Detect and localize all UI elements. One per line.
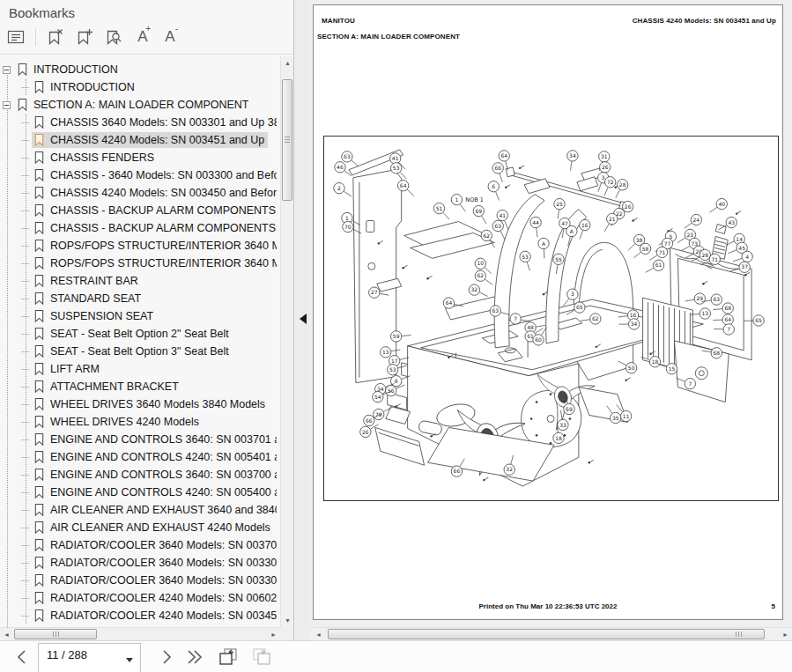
bookmark-item[interactable]: RESTRAINT BAR — [0, 272, 280, 290]
bookmark-item[interactable]: WHEEL DRIVES 4240 Models — [0, 413, 280, 431]
bookmark-item[interactable]: ENGINE AND CONTROLS 4240: SN 005401 and … — [0, 448, 280, 466]
exploded-view-drawing: 6341465326417027643431662663722825262221… — [324, 137, 778, 500]
increase-text-size-button[interactable]: A + — [132, 26, 152, 48]
svg-text:63: 63 — [344, 153, 351, 159]
page-number-box[interactable]: 11 / 288 — [38, 643, 141, 672]
bookmark-item[interactable]: RADIATOR/COOLER 3640 Models: SN 003301 -… — [0, 554, 280, 572]
bookmark-item[interactable]: LIFT ARM — [0, 360, 280, 378]
svg-text:65: 65 — [576, 304, 583, 310]
svg-text:1: 1 — [455, 196, 459, 203]
bookmark-item[interactable]: SUSPENSION SEAT — [0, 307, 280, 325]
bookmark-item[interactable]: CHASSIS - 3640 Models: SN 003300 and Bef… — [0, 166, 280, 184]
part-callout: 63 — [492, 220, 505, 239]
bookmark-item[interactable]: RADIATOR/COOLER 3640 Models: SN 003701 a… — [0, 536, 280, 554]
bookmark-item[interactable]: SEAT - Seat Belt Option 2" Seat Belt — [0, 325, 280, 343]
delete-bookmark-icon[interactable] — [45, 26, 66, 48]
bookmark-item[interactable]: ENGINE AND CONTROLS 3640: SN 003700 and … — [0, 466, 280, 484]
collapse-minus-icon[interactable] — [3, 101, 11, 109]
bookmark-item[interactable]: STANDARD SEAT — [0, 290, 280, 307]
bookmark-item-label: SUSPENSION SEAT — [50, 310, 153, 322]
bookmark-item[interactable]: RADIATOR/COOLER 4240 Models: SN 003451 -… — [0, 607, 280, 624]
bookmark-options-icon[interactable] — [5, 26, 26, 48]
bookmark-item[interactable]: CHASSIS FENDERS — [0, 149, 280, 166]
previous-view-button[interactable] — [217, 646, 240, 668]
svg-text:8: 8 — [395, 378, 398, 384]
svg-text:64: 64 — [446, 299, 453, 306]
bookmark-item[interactable]: SECTION A: MAIN LOADER COMPONENT — [0, 96, 280, 114]
bookmark-item[interactable]: INTRODUCTION — [0, 78, 280, 96]
new-bookmark-icon[interactable] — [74, 26, 95, 48]
bookmark-item[interactable]: ENGINE AND CONTROLS 3640: SN 003701 and … — [0, 431, 280, 448]
bookmarks-horizontal-scrollbar[interactable]: ◄ ► — [0, 627, 280, 640]
bookmark-item[interactable]: AIR CLEANER AND EXHAUST 4240 Models — [0, 519, 280, 536]
bookmark-item[interactable]: CHASSIS 4240 Models: SN 003450 and Befor… — [0, 184, 280, 202]
bookmark-item[interactable]: AIR CLEANER AND EXHAUST 3640 and 3840 Mo… — [0, 501, 280, 519]
bookmark-item[interactable]: INTRODUCTION — [0, 61, 280, 78]
bookmark-item[interactable]: ROPS/FOPS STRUCTURE/INTERIOR 3640 Models… — [0, 255, 280, 272]
bookmark-icon — [33, 239, 45, 253]
tree-connector — [21, 510, 29, 511]
scroll-right-arrow[interactable]: ► — [779, 629, 792, 640]
document-horizontal-scrollbar[interactable]: ◄ ► — [310, 627, 792, 640]
svg-text:54: 54 — [374, 394, 381, 400]
svg-text:62: 62 — [483, 233, 490, 239]
part-callout: 21 — [604, 213, 618, 232]
svg-text:61: 61 — [655, 262, 662, 268]
bookmark-item[interactable]: CHASSIS - BACKUP ALARM COMPONENTS Hand — [0, 219, 280, 237]
bookmark-icon — [33, 415, 45, 429]
tree-connector — [21, 299, 29, 299]
bookmark-icon — [33, 151, 45, 165]
svg-text:1: 1 — [345, 215, 349, 221]
bookmark-item[interactable]: RADIATOR/COOLER 3640 Models: SN 003300 a… — [0, 572, 280, 589]
bookmark-item[interactable]: ATTACHMENT BRACKET — [0, 378, 280, 395]
part-callout: 28 — [616, 180, 628, 198]
bookmark-item[interactable]: CHASSIS 4240 Models: SN 003451 and Up — [0, 131, 280, 149]
bookmark-item-label: WHEEL DRIVES 3640 Models 3840 Models — [50, 398, 265, 410]
next-page-button[interactable] — [155, 646, 178, 668]
tree-connector — [21, 580, 29, 581]
part-callout: 58 — [633, 243, 651, 258]
svg-text:64: 64 — [724, 316, 731, 322]
svg-text:40: 40 — [718, 201, 725, 207]
svg-text:26: 26 — [362, 429, 369, 435]
bookmark-item[interactable]: SEAT - Seat Belt Option 3" Seat Belt — [0, 343, 280, 360]
bookmark-icon — [33, 432, 45, 447]
part-callout: 46 — [335, 162, 352, 176]
bookmark-icon — [17, 98, 28, 112]
svg-text:41: 41 — [499, 212, 506, 218]
bookmark-item[interactable]: RADIATOR/COOLER 4240 Models: SN 006025 a… — [0, 589, 280, 607]
scroll-up-arrow[interactable]: ▲ — [282, 56, 293, 70]
bookmark-icon — [33, 115, 45, 129]
bookmark-item-label: CHASSIS 3640 Models: SN 003301 and Up 38… — [50, 116, 277, 129]
bookmark-item[interactable]: CHASSIS - BACKUP ALARM COMPONENTS T-Bar — [0, 202, 280, 219]
previous-page-button[interactable] — [11, 646, 33, 668]
scroll-left-arrow[interactable]: ◄ — [0, 629, 13, 640]
svg-text:11: 11 — [623, 413, 630, 419]
parts-diagram: 6341465326417027643431662663722825262221… — [323, 136, 779, 501]
collapse-minus-icon[interactable] — [3, 66, 11, 74]
collapse-panel-button[interactable] — [297, 311, 308, 327]
scroll-right-arrow[interactable]: ► — [267, 629, 280, 640]
svg-text:3: 3 — [602, 174, 605, 181]
scroll-down-arrow[interactable]: ▼ — [282, 614, 293, 627]
find-bookmark-icon[interactable] — [103, 26, 124, 48]
last-page-button[interactable] — [183, 646, 206, 668]
scroll-left-arrow[interactable]: ◄ — [312, 629, 325, 640]
diagram-note: NOB 1 — [465, 196, 484, 203]
document-pane: MANITOU CHASSIS 4240 Models: SN 003451 a… — [310, 0, 792, 640]
bookmark-item[interactable]: ENGINE AND CONTROLS 4240: SN 005400 and … — [0, 484, 280, 501]
bookmark-item[interactable]: CHASSIS 3640 Models: SN 003301 and Up 38… — [0, 114, 280, 131]
bookmarks-vertical-scrollbar[interactable]: ▲ ▼ — [280, 56, 293, 627]
bookmark-icon — [33, 609, 45, 623]
bookmark-item[interactable]: WHEEL DRIVES 3640 Models 3840 Models — [0, 395, 280, 413]
page-dropdown-caret-icon[interactable] — [126, 658, 133, 662]
horizontal-scroll-thumb[interactable] — [328, 629, 765, 639]
toolbar-separator — [35, 28, 36, 46]
next-view-button[interactable] — [250, 646, 273, 668]
svg-text:16: 16 — [581, 222, 588, 228]
vertical-scroll-thumb[interactable] — [282, 79, 292, 201]
page-number-value[interactable]: 11 / 288 — [47, 648, 87, 661]
horizontal-scroll-thumb[interactable] — [14, 629, 97, 639]
decrease-text-size-button[interactable]: A - — [159, 26, 179, 48]
bookmark-item[interactable]: ROPS/FOPS STRUCTURE/INTERIOR 3640 Models… — [0, 237, 280, 255]
